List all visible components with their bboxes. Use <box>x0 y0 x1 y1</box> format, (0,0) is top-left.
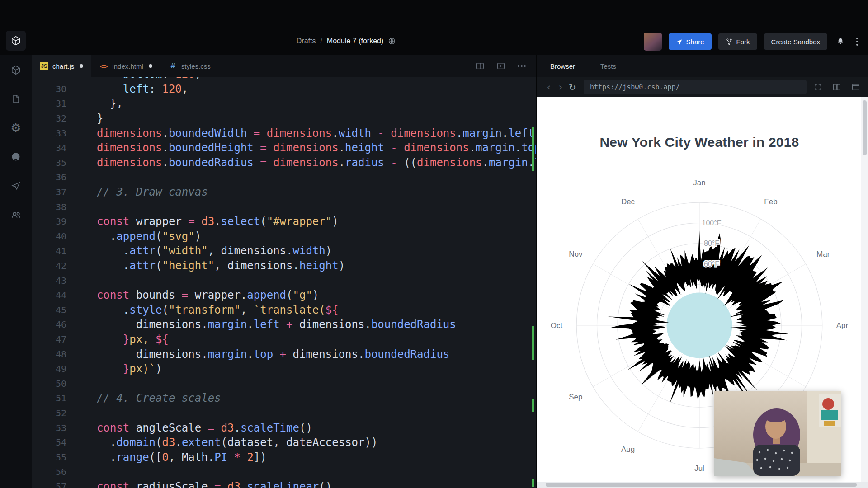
editor-tab-actions <box>474 55 536 77</box>
code-line[interactable]: 48 dimensions.margin.top + dimensions.bo… <box>32 347 536 361</box>
git-diff-marker <box>532 127 534 171</box>
open-in-new-window-icon[interactable] <box>850 81 862 93</box>
editor-more-icon[interactable] <box>516 63 528 69</box>
tab-styles-css[interactable]: # styles.css <box>160 55 219 77</box>
code-line[interactable]: 47 }px, ${ <box>32 332 536 347</box>
code-line[interactable]: 40 .append("svg") <box>32 229 536 244</box>
code-line[interactable]: 44const bounds = wrapper.append("g") <box>32 288 536 303</box>
tab-tests[interactable]: Tests <box>600 62 616 70</box>
split-view-icon[interactable] <box>831 81 843 93</box>
editor-pane: JS chart.js <> index.html # styles.css <box>32 55 536 488</box>
create-sandbox-button[interactable]: Create Sandbox <box>764 33 827 50</box>
code-line[interactable]: 38 <box>32 199 536 214</box>
codesandbox-logo[interactable] <box>6 31 26 51</box>
code-line[interactable]: 32} <box>32 111 536 126</box>
code-line[interactable]: 52 <box>32 406 536 421</box>
line-number: 44 <box>32 290 66 300</box>
code-line[interactable]: 33dimensions.boundedWidth = dimensions.w… <box>32 126 536 141</box>
code-line[interactable]: 42 .attr("height", dimensions.height) <box>32 258 536 273</box>
line-number: 53 <box>32 422 66 433</box>
back-icon[interactable]: ‹ <box>543 81 555 93</box>
code-line[interactable]: 34dimensions.boundedHeight = dimensions.… <box>32 141 536 155</box>
line-number: 48 <box>32 349 66 360</box>
settings-gear-icon[interactable]: ⚙ <box>10 122 22 134</box>
css-file-icon: # <box>169 62 177 70</box>
vertical-scrollbar-thumb[interactable] <box>863 100 867 155</box>
code-line[interactable]: 53const angleScale = d3.scaleTime() <box>32 420 536 435</box>
team-icon[interactable] <box>10 209 22 221</box>
expand-preview-icon[interactable] <box>812 81 824 93</box>
code-line[interactable]: 57const radiusScale = d3.scaleLinear() <box>32 479 536 488</box>
preview-tabbar: Browser Tests <box>537 55 868 77</box>
tab-browser[interactable]: Browser <box>550 62 575 70</box>
sandbox-title[interactable]: Module 7 (forked) <box>327 37 383 45</box>
sandbox-box-icon[interactable] <box>10 64 22 76</box>
user-avatar[interactable] <box>644 33 662 51</box>
line-number: 33 <box>32 128 66 139</box>
code-text: .attr("width", dimensions.width) <box>97 244 332 257</box>
toggle-preview-icon[interactable] <box>495 60 507 72</box>
code-text: .range([0, Math.PI * 2]) <box>97 451 267 464</box>
code-text: const bounds = wrapper.append("g") <box>97 289 319 301</box>
code-line[interactable]: 55 .range([0, Math.PI * 2]) <box>32 450 536 465</box>
month-label: Apr <box>836 321 849 330</box>
breadcrumb-folder[interactable]: Drafts <box>297 37 316 45</box>
deploy-icon[interactable] <box>10 180 22 192</box>
more-options-icon[interactable] <box>854 36 861 47</box>
forward-icon[interactable]: › <box>555 81 566 93</box>
code-text: bottom: 120, <box>97 77 201 80</box>
month-label: Nov <box>569 250 583 258</box>
code-line[interactable]: 29 bottom: 120, <box>32 77 536 82</box>
bell-icon <box>836 37 845 46</box>
code-line[interactable]: 46 dimensions.margin.left + dimensions.b… <box>32 317 536 332</box>
line-number: 37 <box>32 187 66 197</box>
github-icon[interactable] <box>10 151 22 163</box>
month-label: Jul <box>694 464 704 473</box>
tab-chart-js[interactable]: JS chart.js <box>32 55 91 77</box>
code-line[interactable]: 49 }px)`) <box>32 361 536 376</box>
notifications-bell-icon[interactable] <box>834 35 847 48</box>
month-label: Jan <box>693 178 705 187</box>
code-line[interactable]: 30 left: 120, <box>32 82 536 97</box>
freezing-circle <box>667 293 732 358</box>
code-line[interactable]: 35dimensions.boundedRadius = dimensions.… <box>32 155 536 170</box>
share-button[interactable]: Share <box>669 33 712 50</box>
line-number: 47 <box>32 334 66 345</box>
code-line[interactable]: 54 .domain(d3.extent(dataset, dateAccess… <box>32 435 536 450</box>
month-label: Feb <box>764 197 777 206</box>
horizontal-scrollbar[interactable] <box>537 482 868 488</box>
fork-icon <box>726 38 733 45</box>
radial-tick-label: 100°F <box>702 219 722 227</box>
code-line[interactable]: 45 .style("transform", `translate(${ <box>32 303 536 318</box>
webcam-video[interactable] <box>714 391 841 476</box>
code-line[interactable]: 36 <box>32 170 536 185</box>
code-line[interactable]: 43 <box>32 273 536 288</box>
line-number: 39 <box>32 216 66 227</box>
fork-button[interactable]: Fork <box>718 33 757 50</box>
code-line[interactable]: 51// 4. Create scales <box>32 391 536 406</box>
code-lines: 29 bottom: 120,30 left: 120,31 },32}33di… <box>32 77 536 488</box>
refresh-icon[interactable]: ↻ <box>566 82 578 92</box>
code-line[interactable]: 50 <box>32 376 536 391</box>
code-line[interactable]: 56 <box>32 465 536 479</box>
code-line[interactable]: 41 .attr("width", dimensions.width) <box>32 244 536 258</box>
files-icon[interactable] <box>10 93 22 105</box>
code-editor[interactable]: 29 bottom: 120,30 left: 120,31 },32}33di… <box>32 77 536 488</box>
code-text: // 4. Create scales <box>97 392 221 404</box>
line-number: 49 <box>32 363 66 374</box>
code-line[interactable]: 37// 3. Draw canvas <box>32 185 536 200</box>
code-text: dimensions.boundedHeight = dimensions.he… <box>97 141 536 154</box>
tab-index-html[interactable]: <> index.html <box>91 55 160 77</box>
code-line[interactable]: 39const wrapper = d3.select("#wrapper") <box>32 214 536 229</box>
split-editor-icon[interactable] <box>474 60 486 72</box>
fork-label: Fork <box>736 38 750 46</box>
horizontal-scrollbar-thumb[interactable] <box>546 483 857 487</box>
url-input[interactable] <box>584 80 807 94</box>
vertical-scrollbar[interactable] <box>861 97 868 482</box>
line-number: 31 <box>32 98 66 109</box>
code-text: dimensions.boundedWidth = dimensions.wid… <box>97 127 536 140</box>
topbar: Drafts / Module 7 (forked) Share Fork Cr <box>0 0 868 55</box>
line-number: 52 <box>32 408 66 418</box>
code-line[interactable]: 31 }, <box>32 96 536 111</box>
code-text: .append("svg") <box>97 230 201 243</box>
